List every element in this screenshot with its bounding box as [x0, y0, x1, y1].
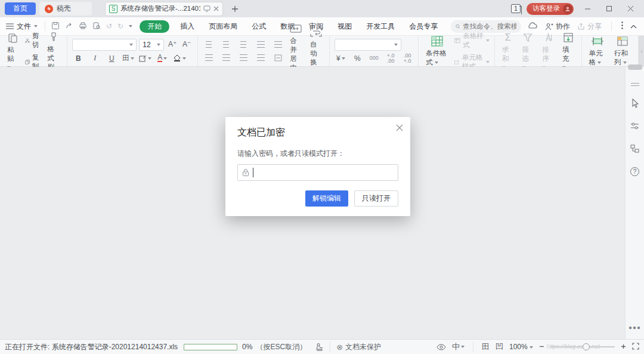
search-input[interactable] [463, 23, 516, 30]
page-break-view-icon[interactable]: 凹 [496, 341, 503, 352]
filter-button[interactable]: 筛选 [520, 30, 537, 72]
underline-button[interactable]: U [106, 53, 117, 64]
more-options-icon[interactable] [621, 21, 623, 31]
stamp-icon[interactable] [315, 343, 324, 352]
paste-button[interactable]: 粘贴 [5, 30, 21, 72]
outline-panel-icon[interactable] [630, 143, 640, 154]
quick-access-more-icon[interactable] [129, 25, 132, 27]
share-icon [577, 23, 585, 30]
close-document-tab-icon[interactable] [213, 6, 219, 11]
cloud-sync-icon[interactable] [528, 21, 538, 31]
font-name-combo[interactable] [72, 39, 137, 51]
stacked-documents-badge[interactable]: 1 [511, 4, 521, 13]
esc-cancel-hint: （按ESC取消） [256, 342, 306, 352]
minimize-button[interactable] [580, 3, 595, 15]
tab-view[interactable]: 视图 [330, 21, 359, 32]
zoom-slider[interactable] [550, 346, 615, 347]
align-center-icon[interactable] [220, 53, 232, 63]
collaborate-button[interactable]: 协作 [545, 21, 570, 32]
increase-indent-icon[interactable] [272, 39, 284, 50]
chevron-down-icon [131, 57, 134, 60]
draw-border-button[interactable] [139, 53, 151, 64]
fullscreen-icon[interactable] [632, 343, 639, 352]
align-left-icon[interactable] [203, 53, 215, 63]
collapse-ribbon-icon[interactable] [630, 22, 637, 30]
bold-button[interactable]: B [72, 53, 84, 64]
rows-cols-button[interactable]: 行和列 [612, 34, 633, 68]
decrease-indent-icon[interactable] [255, 39, 267, 50]
tab-gaoke[interactable]: ৬ 稿壳 [39, 2, 92, 16]
justify-icon[interactable] [255, 53, 267, 63]
tab-home[interactable]: 首页 [5, 2, 36, 15]
conditional-format-button[interactable]: 条件格式 [423, 34, 451, 68]
borders-button[interactable]: 田 [122, 53, 134, 64]
fill-button[interactable]: 填充 [560, 30, 577, 72]
normal-view-icon[interactable]: 田 [482, 341, 490, 352]
align-bottom-icon[interactable] [237, 39, 249, 50]
font-color-button[interactable]: A [156, 53, 168, 64]
italic-button[interactable]: I [89, 53, 101, 64]
dialog-buttons: 解锁编辑 只读打开 [305, 190, 398, 207]
table-style-button[interactable]: 表格样式 [454, 32, 489, 50]
number-format-combo[interactable] [335, 39, 401, 51]
read-only-open-button[interactable]: 只读打开 [354, 190, 398, 207]
tab-insert[interactable]: 插入 [173, 21, 202, 32]
percent-format-button[interactable]: % [351, 53, 363, 64]
print-preview-icon[interactable] [92, 21, 101, 32]
thousands-separator-button[interactable]: 000 [368, 53, 380, 64]
underline-label: U [109, 54, 114, 63]
settings-sliders-icon[interactable] [630, 121, 640, 131]
sum-button[interactable]: Σ 求和 [500, 30, 516, 72]
undo-icon[interactable]: ↺ [106, 22, 112, 30]
format-painter-button[interactable]: 格式刷 [45, 30, 62, 73]
zoom-slider-knob[interactable] [583, 343, 590, 350]
italic-label: I [94, 54, 96, 63]
sort-button[interactable]: 排序 [540, 30, 556, 72]
font-size-combo[interactable]: 12 [139, 39, 164, 51]
cut-button[interactable]: 剪切 [25, 32, 42, 50]
file-menu-button[interactable]: 文件 [0, 21, 42, 32]
guest-login-button[interactable]: 访客登录 [527, 3, 574, 15]
new-tab-button[interactable] [231, 5, 239, 13]
dialog-title: 文档已加密 [237, 127, 398, 139]
decrease-decimal-button[interactable]: .00 +.0 [401, 53, 413, 64]
tab-page-layout[interactable]: 页面布局 [202, 21, 244, 32]
unlock-edit-button[interactable]: 解锁编辑 [305, 190, 348, 207]
tab-developer-tools[interactable]: 开发工具 [359, 21, 402, 32]
collapsed-panel-strip[interactable]: › [639, 36, 644, 66]
dialog-close-icon[interactable] [396, 124, 403, 133]
print-icon[interactable] [79, 21, 87, 32]
maximize-button[interactable] [601, 3, 617, 15]
scrollbar-thumb[interactable] [628, 64, 642, 70]
tab-formulas[interactable]: 公式 [244, 21, 273, 32]
cells-button[interactable]: 单元格 [587, 34, 608, 68]
zoom-level[interactable]: 100% [509, 343, 533, 351]
sidebar-collapse-handle[interactable] [631, 83, 639, 86]
ime-mode-button[interactable]: 中 [452, 341, 465, 352]
zoom-in-icon[interactable] [621, 343, 626, 351]
align-top-icon[interactable] [203, 39, 215, 50]
eye-protection-icon[interactable] [436, 344, 446, 350]
decrease-font-icon[interactable]: A⁻ [181, 39, 193, 50]
tab-home-ribbon[interactable]: 开始 [140, 20, 169, 33]
export-icon[interactable] [65, 21, 73, 32]
sidebar-more-icon[interactable]: ●●● [628, 324, 641, 331]
spreadsheet-file-icon: S [109, 5, 117, 13]
document-protection-status[interactable]: ⊗ 文档未保护 [336, 342, 381, 352]
increase-font-icon[interactable]: A⁺ [166, 39, 178, 50]
currency-format-button[interactable]: ¥ [335, 53, 346, 64]
align-middle-icon[interactable] [220, 39, 232, 50]
align-right-icon[interactable] [237, 53, 249, 63]
increase-decimal-button[interactable]: +.0 .00 [385, 53, 397, 64]
fill-color-button[interactable] [173, 53, 186, 64]
close-window-button[interactable] [623, 3, 638, 15]
password-input[interactable] [257, 168, 394, 177]
tab-document[interactable]: S 系统存储告警记录-...214012437 [105, 2, 223, 16]
share-button[interactable]: 分享 [577, 21, 602, 32]
zoom-out-icon[interactable] [539, 343, 544, 351]
tab-member-exclusive[interactable]: 会员专享 [402, 21, 445, 32]
distributed-icon[interactable] [272, 53, 284, 63]
select-cursor-icon[interactable] [630, 98, 640, 109]
redo-icon[interactable]: ↻ [117, 22, 123, 30]
help-icon[interactable]: ? [630, 166, 640, 177]
